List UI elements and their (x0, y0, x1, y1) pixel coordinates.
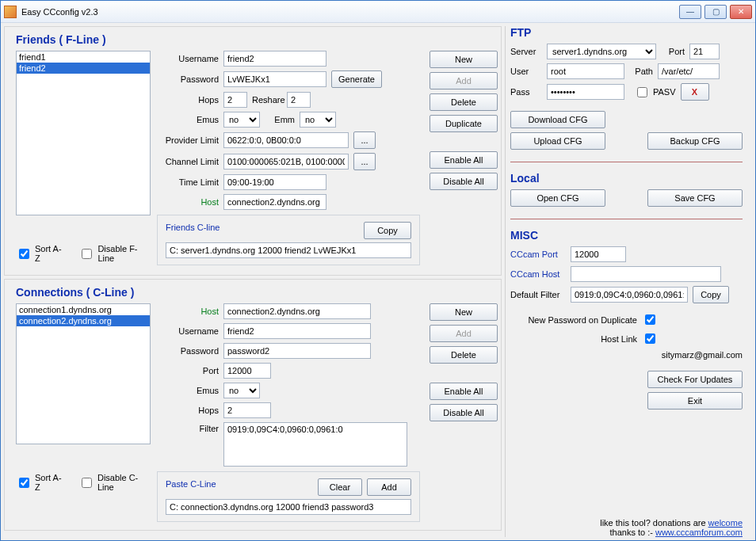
friends-hops-input[interactable] (223, 92, 247, 108)
ftp-port-input[interactable] (689, 44, 720, 59)
channel-limit-browse-button[interactable]: ... (353, 153, 376, 170)
conn-filter-textarea[interactable] (223, 422, 407, 467)
paste-add-button[interactable]: Add (367, 478, 411, 496)
ftp-title: FTP (510, 26, 743, 39)
friends-cline-copy-button[interactable]: Copy (364, 222, 411, 239)
connections-panel: Connections ( C-Line ) connection1.dyndn… (4, 279, 502, 531)
local-open-button[interactable]: Open CFG (510, 189, 605, 207)
friends-cline-value[interactable] (166, 242, 411, 258)
app-icon (4, 6, 17, 18)
friends-duplicate-button[interactable]: Duplicate (430, 115, 498, 132)
friends-emm-select[interactable]: no (300, 112, 336, 128)
conn-port-input[interactable] (223, 363, 271, 379)
misc-title: MISC (510, 229, 743, 242)
connections-listbox[interactable]: connection1.dyndns.org connection2.dyndn… (16, 303, 151, 444)
paste-cline-group: Paste C-Line Clear Add (157, 471, 420, 522)
newpw-checkbox[interactable] (645, 314, 655, 325)
ftp-clear-button[interactable]: X (681, 83, 709, 101)
conn-username-input[interactable] (223, 323, 371, 339)
cccam-host-input[interactable] (571, 266, 721, 282)
forum-link[interactable]: www.cccamforum.com (655, 528, 743, 537)
exit-button[interactable]: Exit (647, 392, 743, 410)
connections-disable-checkbox[interactable]: Disable C-Line (78, 473, 151, 492)
donate-link[interactable]: welcome (708, 518, 743, 528)
friends-emus-select[interactable]: no (223, 112, 260, 128)
conn-delete-button[interactable]: Delete (430, 346, 498, 364)
conn-add-button[interactable]: Add (430, 325, 498, 342)
friends-cline-group: Friends C-line Copy (157, 215, 420, 265)
ftp-upload-button[interactable]: Upload CFG (510, 132, 605, 150)
friends-provider-limit-input[interactable] (223, 132, 349, 148)
maximize-button[interactable]: ▢ (704, 5, 727, 19)
ftp-backup-button[interactable]: Backup CFG (647, 132, 743, 150)
connections-title: Connections ( C-Line ) (16, 286, 493, 299)
conn-hops-input[interactable] (223, 402, 271, 418)
conn-password-input[interactable] (223, 343, 371, 359)
connections-sort-checkbox[interactable]: Sort A-Z (16, 473, 64, 492)
ftp-panel: FTP Server server1.dyndns.org Port User … (510, 26, 743, 154)
ftp-download-button[interactable]: Download CFG (510, 111, 605, 128)
friends-channel-limit-input[interactable] (223, 154, 349, 170)
local-title: Local (510, 172, 743, 185)
friends-add-button[interactable]: Add (430, 72, 498, 90)
local-panel: Local Open CFG Save CFG (510, 172, 743, 211)
conn-disable-all-button[interactable]: Disable All (430, 404, 498, 421)
contact-email: sitymarz@gmail.com (510, 350, 743, 360)
window-title: Easy CCconfig v2.3 (21, 7, 98, 17)
friends-panel: Friends ( F-Line ) friend1 friend2 Sort … (4, 26, 502, 276)
friends-delete-button[interactable]: Delete (430, 93, 498, 111)
conn-new-button[interactable]: New (430, 303, 498, 321)
ftp-pass-input[interactable] (547, 84, 624, 100)
conn-host-input[interactable] (223, 303, 371, 319)
local-save-button[interactable]: Save CFG (647, 189, 743, 207)
cccam-port-input[interactable] (571, 246, 626, 262)
paste-clear-button[interactable]: Clear (318, 478, 362, 496)
friends-reshare-input[interactable] (287, 92, 311, 108)
titlebar: Easy CCconfig v2.3 — ▢ ✕ (1, 1, 755, 23)
friends-password-input[interactable] (223, 71, 326, 87)
friends-time-limit-input[interactable] (223, 174, 326, 190)
friends-listbox[interactable]: friend1 friend2 (16, 51, 151, 215)
check-updates-button[interactable]: Check For Updates (647, 371, 743, 388)
friends-disable-all-button[interactable]: Disable All (430, 173, 498, 190)
ftp-user-input[interactable] (547, 63, 624, 79)
footer-donate: like this tool? donations are welcome (510, 518, 743, 528)
default-filter-copy-button[interactable]: Copy (693, 286, 729, 303)
friends-host-input[interactable] (223, 194, 326, 210)
hostlink-checkbox[interactable] (645, 333, 655, 344)
friends-title: Friends ( F-Line ) (16, 33, 493, 46)
close-button[interactable]: ✕ (730, 5, 752, 19)
conn-enable-all-button[interactable]: Enable All (430, 383, 498, 400)
ftp-pasv-checkbox[interactable]: PASV (634, 85, 676, 100)
friends-enable-all-button[interactable]: Enable All (430, 151, 498, 169)
list-item[interactable]: friend1 (17, 51, 150, 63)
footer-thanks: thanks to :- www.cccamforum.com (510, 528, 743, 537)
minimize-button[interactable]: — (679, 5, 701, 19)
friends-sort-checkbox[interactable]: Sort A-Z (16, 244, 64, 263)
list-item[interactable]: connection1.dyndns.org (17, 304, 150, 315)
default-filter-input[interactable] (571, 287, 688, 303)
list-item[interactable]: connection2.dyndns.org (17, 315, 150, 326)
provider-limit-browse-button[interactable]: ... (353, 131, 376, 149)
app-window: Easy CCconfig v2.3 — ▢ ✕ Friends ( F-Lin… (0, 0, 756, 541)
list-item[interactable]: friend2 (17, 63, 150, 74)
conn-emus-select[interactable]: no (223, 383, 260, 398)
ftp-path-input[interactable] (658, 63, 720, 79)
paste-cline-input[interactable] (166, 499, 411, 515)
generate-button[interactable]: Generate (331, 70, 382, 88)
friends-username-input[interactable] (223, 51, 326, 67)
friends-new-button[interactable]: New (430, 51, 498, 68)
friends-disable-checkbox[interactable]: Disable F-Line (78, 244, 151, 263)
ftp-server-select[interactable]: server1.dyndns.org (547, 44, 656, 59)
misc-panel: MISC CCcam Port CCcam Host Default Filte… (510, 229, 743, 537)
